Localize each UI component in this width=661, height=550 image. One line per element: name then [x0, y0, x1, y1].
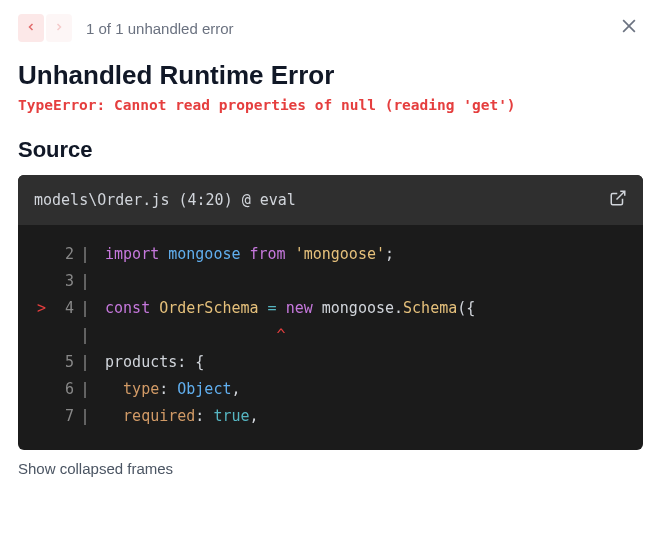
line-marker — [18, 241, 50, 268]
code-text: products: { — [96, 349, 204, 376]
code-text: required: true, — [96, 403, 259, 430]
code-text: ^ — [96, 322, 286, 349]
close-icon — [619, 16, 639, 40]
line-number: 2 — [50, 241, 74, 268]
line-marker — [18, 349, 50, 376]
code-line: 3| — [18, 268, 643, 295]
open-in-editor-button[interactable] — [609, 189, 627, 211]
line-marker: > — [18, 295, 50, 322]
gutter-separator: | — [74, 241, 96, 268]
svg-line-2 — [617, 191, 625, 199]
line-number: 3 — [50, 268, 74, 295]
gutter-separator: | — [74, 349, 96, 376]
error-counter: 1 of 1 unhandled error — [86, 20, 234, 37]
code-line: >4| const OrderSchema = new mongoose.Sch… — [18, 295, 643, 322]
prev-error-button[interactable] — [18, 14, 44, 42]
code-line: 7| required: true, — [18, 403, 643, 430]
gutter-separator: | — [74, 268, 96, 295]
code-text: const OrderSchema = new mongoose.Schema(… — [96, 295, 475, 322]
error-title: Unhandled Runtime Error — [18, 60, 643, 91]
source-section-title: Source — [18, 137, 643, 163]
error-content: Unhandled Runtime Error TypeError: Canno… — [0, 60, 661, 485]
source-header: models\Order.js (4:20) @ eval — [18, 175, 643, 225]
arrow-left-icon — [25, 19, 37, 37]
line-marker — [18, 403, 50, 430]
code-text: import mongoose from 'mongoose'; — [96, 241, 394, 268]
next-error-button[interactable] — [46, 14, 72, 42]
error-message: TypeError: Cannot read properties of nul… — [18, 97, 643, 113]
gutter-separator: | — [74, 376, 96, 403]
close-button[interactable] — [615, 14, 643, 42]
code-line: 2| import mongoose from 'mongoose'; — [18, 241, 643, 268]
source-code: 2| import mongoose from 'mongoose'; 3|>4… — [18, 225, 643, 450]
external-link-icon — [609, 189, 627, 211]
line-number: 6 — [50, 376, 74, 403]
gutter-separator: | — [74, 295, 96, 322]
nav-buttons — [18, 14, 72, 42]
code-line: 6| type: Object, — [18, 376, 643, 403]
code-line: | ^ — [18, 322, 643, 349]
line-number: 7 — [50, 403, 74, 430]
code-text: type: Object, — [96, 376, 241, 403]
error-overlay-header: 1 of 1 unhandled error — [0, 0, 661, 52]
show-collapsed-frames-link[interactable]: Show collapsed frames — [18, 460, 643, 485]
source-panel: models\Order.js (4:20) @ eval 2| import … — [18, 175, 643, 450]
code-line: 5| products: { — [18, 349, 643, 376]
line-number: 4 — [50, 295, 74, 322]
source-location: models\Order.js (4:20) @ eval — [34, 191, 296, 209]
line-marker — [18, 376, 50, 403]
line-number — [50, 322, 74, 349]
line-number: 5 — [50, 349, 74, 376]
arrow-right-icon — [53, 19, 65, 37]
gutter-separator: | — [74, 403, 96, 430]
line-marker — [18, 268, 50, 295]
line-marker — [18, 322, 50, 349]
gutter-separator: | — [74, 322, 96, 349]
